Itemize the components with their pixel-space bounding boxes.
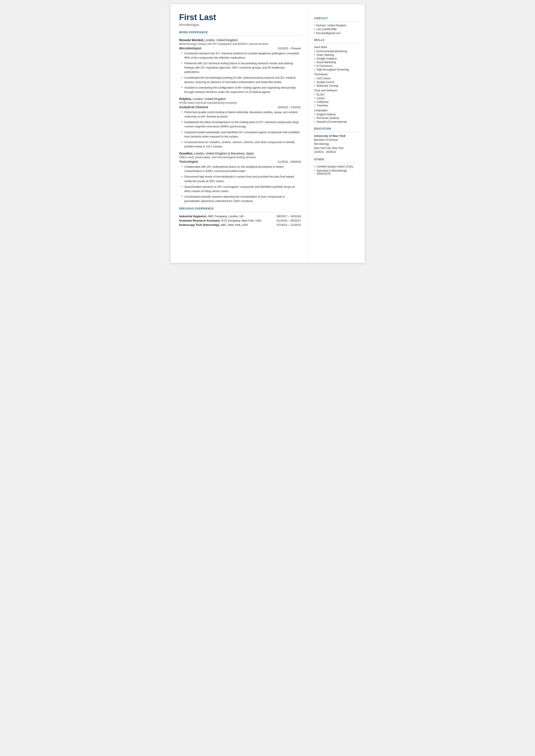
job-1-header: Microbiologist 01/2022 – Present <box>179 46 301 50</box>
prev-exp-1-dates: 06/2017 – 10/2018 <box>277 215 301 218</box>
job-1-dates: 01/2022 – Present <box>278 47 301 50</box>
skill-item: Environmental Monitoring <box>314 50 359 53</box>
hard-skills-label: Hard Skills: <box>314 46 359 49</box>
job-2-title: Analytical Chemist <box>179 105 208 109</box>
skills-section-title: SKILLS <box>314 39 359 42</box>
company-1-detail: Biotechnology startup with 50+ employees… <box>179 42 301 45</box>
other-divider <box>314 163 359 163</box>
skill-item: E-Commerce <box>314 65 359 68</box>
prev-exp-row-2: Graduate Research Assistant, XYZ Company… <box>179 219 301 222</box>
prev-exp-1-bold: Industrial Hygienist, <box>179 215 207 218</box>
skill-item: Email Marketing <box>314 61 359 64</box>
company-3-bold: Growthsi, <box>179 152 193 155</box>
prev-exp-row-3: Endoscopy Tech (Internship), ABC, New Yo… <box>179 223 301 227</box>
list-item: Coordinated the microbiological testing … <box>182 76 301 84</box>
education-divider <box>314 132 359 132</box>
company-1-name: Resume Worded, London, United Kingdom <box>179 38 301 42</box>
skill-item: CellQuest <box>314 100 359 103</box>
prev-exp-2-bold: Graduate Research Assistant, <box>179 219 221 222</box>
skill-item: Cell Culture <box>314 77 359 80</box>
company-3-detail: Offers mold, photovoltaic, and microbiol… <box>179 155 301 159</box>
right-column: CONTACT Durham, United Kingdom +44 12345… <box>309 4 365 263</box>
prev-exp-3-label: Endoscopy Tech (Internship), ABC, New Yo… <box>179 223 274 227</box>
job-3-dates: 11/2018 – 09/2019 <box>277 160 301 163</box>
skill-item: Romanian (Native) <box>314 117 359 120</box>
list-item: Performed quality control testing of ble… <box>182 110 301 119</box>
list-item: Conducted tests for metallics, arsenic, … <box>182 140 301 149</box>
left-column: First Last Microbiologist WORK EXPERIENC… <box>171 4 309 263</box>
prev-exp-3-rest: ABC, New York, USA <box>220 223 248 227</box>
skill-item: TreeView <box>314 104 359 107</box>
company-2-detail: NYSE-listed chemical manufacturing compa… <box>179 101 301 104</box>
prev-exp-row-1: Industrial Hygienist, ABC Company, Londo… <box>179 215 301 218</box>
other-item-2: Specialist in Microbiology (SM(ASCP) <box>314 169 359 175</box>
company-2-rest: London, United Kingdom <box>192 97 226 101</box>
skill-item: Gram Staining <box>314 53 359 56</box>
job-1-title: Microbiologist <box>179 46 202 50</box>
job-1-bullets: Conducted research into 37+ chemical sol… <box>182 51 301 94</box>
prev-exp-2-dates: 01/2016 – 05/2017 <box>277 219 301 222</box>
prev-exp-3-dates: 07/2014 – 12/2015 <box>277 223 301 227</box>
list-item: Conducted research into 37+ chemical sol… <box>182 51 301 60</box>
contact-section-title: CONTACT <box>314 17 359 20</box>
edu-field: Microbiology <box>314 142 359 146</box>
edu-school: University of New York <box>314 134 359 137</box>
job-3-bullets: Collaborated with 20+ multinational team… <box>182 165 301 203</box>
other-section-title: OTHER <box>314 158 359 161</box>
skill-item: High-throughput Screening <box>314 68 359 71</box>
job-3-title: Toxicologist <box>179 160 198 163</box>
company-3-name: Growthsi, London, United Kingdom & Barce… <box>179 152 301 155</box>
company-3-rest: London, United Kingdom & Barcelona, Spai… <box>193 152 254 155</box>
prev-exp-1-rest: ABC Company, London, UK <box>207 215 244 218</box>
job-block-1: Resume Worded, London, United Kingdom Bi… <box>179 38 301 94</box>
company-2-bold: Polyhire, <box>179 97 192 101</box>
previous-experience-label: PREVIOUS EXPERIENCE <box>179 207 301 210</box>
job-3-header: Toxicologist 11/2018 – 09/2019 <box>179 160 301 163</box>
candidate-name: First Last <box>179 13 301 22</box>
skill-item: ELISA <box>314 93 359 96</box>
company-2-name: Polyhire, London, United Kingdom <box>179 97 301 101</box>
job-block-2: Polyhire, London, United Kingdom NYSE-li… <box>179 97 301 149</box>
job-2-dates: 10/2019 – 12/2021 <box>277 106 301 109</box>
list-item: Established the effect of temperature on… <box>182 120 301 129</box>
skill-item: Canva <box>314 97 359 100</box>
prev-exp-2-rest: XYZ Company, New York, USA <box>220 219 261 222</box>
work-experience-label: WORK EXPERIENCE <box>179 31 301 34</box>
list-item: Collaborated with 20+ multinational team… <box>182 165 301 173</box>
resume-container: First Last Microbiologist WORK EXPERIENC… <box>171 4 365 263</box>
edu-degree: Bachelor of Science <box>314 138 359 142</box>
contact-email: first.last@gmail.com <box>314 32 359 35</box>
skills-divider <box>314 43 359 43</box>
skill-item: Quality Control <box>314 81 359 84</box>
work-experience-divider <box>179 36 301 36</box>
languages-label: Languages: <box>314 109 359 112</box>
candidate-title: Microbiologist <box>179 23 301 26</box>
edu-dates: 10/2011 - 06/2014 <box>314 150 359 154</box>
tools-label: Tools and Software: <box>314 89 359 92</box>
company-1-rest: London, United Kingdom <box>204 38 238 42</box>
education-section-title: EDUCATION <box>314 127 359 130</box>
list-item: Discovered high levels of formaldehyde i… <box>182 175 301 183</box>
contact-phone: +44 1234567890 <box>314 28 359 31</box>
list-item: Analyzed treated wastewater and identifi… <box>182 130 301 139</box>
prev-exp-3-bold: Endoscopy Tech (Internship), <box>179 223 220 227</box>
list-item: Spearheaded research on 55+ carcinogenic… <box>182 185 301 193</box>
contact-divider <box>314 21 359 22</box>
contact-address: Durham, United Kingdom <box>314 24 359 27</box>
skill-item: English (Native) <box>314 113 359 116</box>
skill-item: Molecular Cloning <box>314 84 359 87</box>
list-item: Partnered with 22+ technical writing tea… <box>182 61 301 74</box>
prev-exp-2-label: Graduate Research Assistant, XYZ Company… <box>179 219 274 222</box>
skill-item: Spanish (Conversational) <box>314 120 359 123</box>
list-item: Coordinated scientific research depictin… <box>182 195 301 203</box>
list-item: Assisted in overseeing the configuration… <box>182 86 301 94</box>
techniques-label: Techniques: <box>314 73 359 76</box>
prev-exp-1-label: Industrial Hygienist, ABC Company, Londo… <box>179 215 274 218</box>
job-block-3: Growthsi, London, United Kingdom & Barce… <box>179 152 301 203</box>
job-2-header: Analytical Chemist 10/2019 – 12/2021 <box>179 105 301 109</box>
company-1-bold: Resume Worded, <box>179 38 204 42</box>
other-item-1: Certified Quality Auditor (CQA) <box>314 165 359 168</box>
job-2-bullets: Performed quality control testing of ble… <box>182 110 301 149</box>
edu-location: New York City, New York <box>314 146 359 150</box>
previous-experience-divider <box>179 212 301 212</box>
